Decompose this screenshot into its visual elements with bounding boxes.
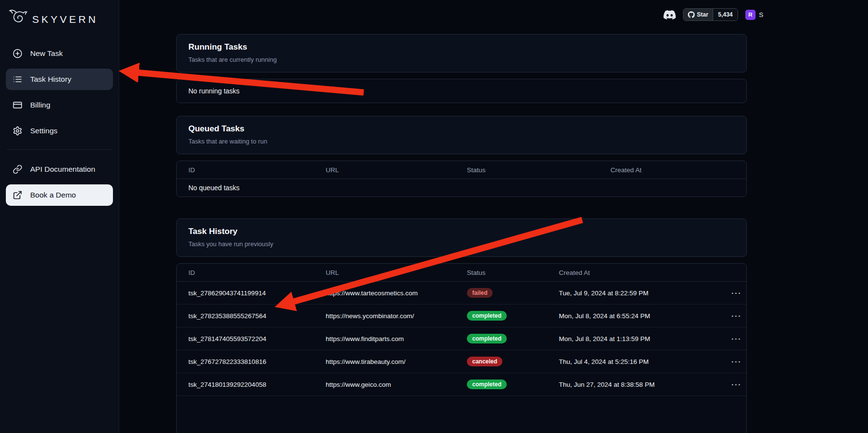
status-badge: completed <box>467 334 507 343</box>
brand-name: SKYVERN <box>32 14 98 25</box>
task-history-table: ID URL Status Created At tsk_27862904374… <box>176 263 747 433</box>
task-history-card: Task History Tasks you have run previous… <box>176 218 747 433</box>
sidebar-item-label: Task History <box>30 75 71 84</box>
sidebar-item-new-task[interactable]: New Task <box>6 43 113 64</box>
table-header-row: ID URL Status Created At <box>177 161 746 179</box>
sidebar-item-task-history[interactable]: Task History <box>6 69 113 90</box>
github-star-button[interactable]: Star 5,434 <box>683 8 738 21</box>
queued-tasks-empty: No queued tasks <box>177 179 746 197</box>
running-tasks-empty: No running tasks <box>176 79 747 103</box>
link-icon <box>13 164 22 174</box>
task-url: https://www.finditparts.com <box>318 335 459 343</box>
row-actions-menu-icon[interactable]: ··· <box>732 358 742 365</box>
column-header-status: Status <box>459 166 603 174</box>
brand[interactable]: SKYVERN <box>6 5 113 43</box>
github-star-count: 5,434 <box>713 9 738 20</box>
table-header-row: ID URL Status Created At <box>177 264 746 282</box>
task-created-at: Mon, Jul 8, 2024 at 6:55:24 PM <box>551 312 719 320</box>
task-history-header: Task History Tasks you have run previous… <box>176 218 747 257</box>
plus-circle-icon <box>13 49 22 58</box>
row-actions-menu-icon[interactable]: ··· <box>732 312 742 320</box>
skyvern-logo-icon <box>9 8 29 31</box>
table-row[interactable]: tsk_278147405593572204 https://www.findi… <box>177 327 746 350</box>
task-created-at: Thu, Jun 27, 2024 at 8:38:58 PM <box>551 381 719 388</box>
card-subtitle: Tasks you have run previously <box>188 240 735 248</box>
sidebar-item-api-documentation[interactable]: API Documentation <box>6 159 113 180</box>
column-header-created-at: Created At <box>603 166 746 174</box>
column-header-url: URL <box>318 269 459 276</box>
sidebar-nav: New Task Task History Billing Settings A… <box>6 43 113 206</box>
task-url: https://news.ycombinator.com/ <box>318 312 459 320</box>
table-overflow-area <box>177 396 746 433</box>
task-id: tsk_278629043741199914 <box>177 289 318 297</box>
table-row[interactable]: tsk_274180139292204058 https://www.geico… <box>177 373 746 396</box>
sidebar-item-settings[interactable]: Settings <box>6 120 113 142</box>
user-menu[interactable]: R S <box>745 10 763 20</box>
credit-card-icon <box>13 100 22 110</box>
column-header-id: ID <box>177 166 318 174</box>
sidebar: SKYVERN New Task Task History Billing Se… <box>0 0 119 433</box>
sidebar-item-label: Settings <box>30 126 57 135</box>
sidebar-item-billing[interactable]: Billing <box>6 94 113 116</box>
sidebar-item-label: Book a Demo <box>30 191 76 199</box>
github-star-label: Star <box>697 11 708 18</box>
list-icon <box>13 74 22 84</box>
sidebar-item-label: Billing <box>30 101 50 109</box>
table-row[interactable]: tsk_278629043741199914 https://www.tarte… <box>177 282 746 305</box>
github-icon <box>688 11 695 18</box>
task-id: tsk_276727822333810816 <box>177 358 318 365</box>
queued-tasks-card: Queued Tasks Tasks that are waiting to r… <box>176 116 747 197</box>
card-title: Task History <box>188 227 735 236</box>
gear-icon <box>13 126 22 136</box>
task-url: https://www.tirabeauty.com/ <box>318 358 459 365</box>
discord-icon[interactable] <box>664 9 676 21</box>
row-actions-menu-icon[interactable]: ··· <box>732 335 742 343</box>
card-subtitle: Tasks that are waiting to run <box>188 138 735 145</box>
running-tasks-header: Running Tasks Tasks that are currently r… <box>176 34 747 72</box>
task-created-at: Thu, Jul 4, 2024 at 5:25:16 PM <box>551 358 719 365</box>
status-badge: failed <box>467 288 493 298</box>
task-created-at: Mon, Jul 8, 2024 at 1:13:59 PM <box>551 335 719 343</box>
topbar: Star 5,434 R S <box>664 8 763 21</box>
card-subtitle: Tasks that are currently running <box>188 56 735 63</box>
row-actions-menu-icon[interactable]: ··· <box>732 289 742 297</box>
task-url: https://www.tartecosmetics.com <box>318 289 459 297</box>
sidebar-item-label: New Task <box>30 49 63 58</box>
main-content: Running Tasks Tasks that are currently r… <box>176 34 747 433</box>
task-url: https://www.geico.com <box>318 381 459 388</box>
task-created-at: Tue, Jul 9, 2024 at 8:22:59 PM <box>551 289 719 297</box>
sidebar-item-book-a-demo[interactable]: Book a Demo <box>6 184 113 206</box>
card-title: Running Tasks <box>188 42 735 52</box>
column-header-created-at: Created At <box>551 269 719 276</box>
running-tasks-card: Running Tasks Tasks that are currently r… <box>176 34 747 103</box>
queued-tasks-header: Queued Tasks Tasks that are waiting to r… <box>176 116 747 154</box>
column-header-id: ID <box>177 269 318 276</box>
column-header-status: Status <box>459 269 551 276</box>
task-id: tsk_278147405593572204 <box>177 335 318 343</box>
external-link-icon <box>13 190 22 200</box>
status-badge: completed <box>467 379 507 389</box>
task-id: tsk_278235388555267564 <box>177 312 318 320</box>
queued-tasks-table: ID URL Status Created At No queued tasks <box>176 161 747 197</box>
table-row[interactable]: tsk_276727822333810816 https://www.tirab… <box>177 350 746 373</box>
card-title: Queued Tasks <box>188 124 735 134</box>
row-actions-menu-icon[interactable]: ··· <box>732 381 742 388</box>
sidebar-item-label: API Documentation <box>30 165 95 174</box>
sidebar-divider <box>7 149 112 150</box>
column-header-url: URL <box>318 166 459 174</box>
user-name: S <box>759 11 763 18</box>
status-badge: canceled <box>467 357 502 366</box>
table-row[interactable]: tsk_278235388555267564 https://news.ycom… <box>177 305 746 327</box>
task-id: tsk_274180139292204058 <box>177 381 318 388</box>
status-badge: completed <box>467 311 507 321</box>
avatar: R <box>745 10 756 20</box>
